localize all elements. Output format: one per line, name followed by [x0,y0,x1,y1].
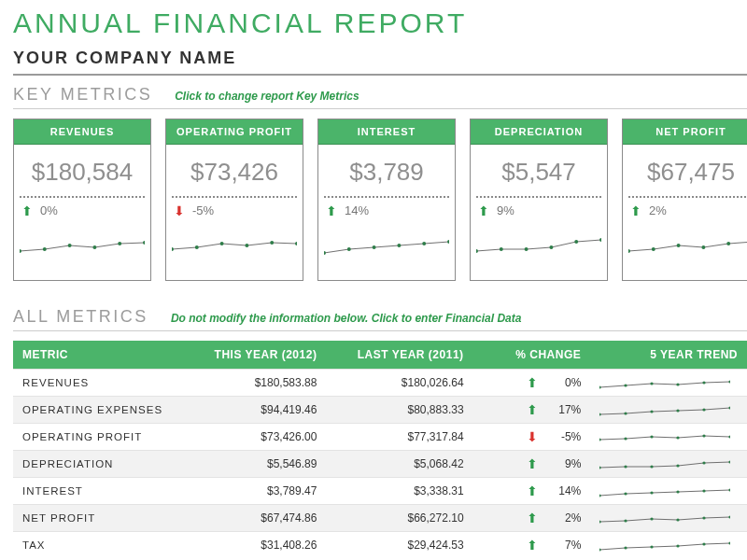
cell-this-year: $3,789.47 [179,478,326,505]
sparkline-chart [476,221,601,264]
metric-card-label: INTEREST [318,119,455,145]
svg-point-41 [729,406,731,409]
cell-metric: OPERATING PROFIT [13,424,179,451]
cell-last-year: $180,026.64 [326,370,472,397]
svg-point-42 [599,438,601,441]
report-title: ANNUAL FINANCIAL REPORT [13,7,747,39]
svg-point-15 [397,244,401,247]
svg-point-37 [625,412,627,414]
svg-point-32 [651,382,654,385]
svg-point-54 [599,494,601,497]
svg-point-17 [447,240,449,244]
svg-point-49 [625,465,627,468]
arrow-up-icon: ⬆ [21,204,33,217]
svg-point-28 [726,242,730,245]
cell-this-year: $180,583.88 [179,370,326,397]
table-row[interactable]: OPERATING EXPENSES$94,419.46$80,883.33⬆1… [13,397,747,424]
cell-trend [590,478,747,505]
sparkline-chart [324,221,449,264]
table-row[interactable]: OPERATING PROFIT$73,426.00$77,317.84⬇-5% [13,424,747,451]
cell-last-year: $3,338.31 [326,478,472,505]
all-metrics-hint[interactable]: Do not modify the information below. Cli… [171,312,522,325]
svg-point-31 [625,384,627,386]
metric-card-value: $180,584 [14,145,150,196]
table-row[interactable]: DEPRECIATION$5,546.89$5,068.42⬆9% [13,451,747,478]
th-last-year[interactable]: LAST YEAR (2011) [326,341,472,370]
svg-point-23 [599,238,601,242]
svg-point-16 [422,242,426,245]
metric-card[interactable]: REVENUES$180,584⬆0% [13,119,151,281]
cell-change: ⬆14% [473,478,591,505]
svg-point-8 [220,242,224,245]
sparkline-chart [628,221,747,264]
cell-change: ⬆17% [473,397,591,424]
metric-card[interactable]: INTEREST$3,789⬆14% [317,119,456,281]
metric-card-value: $3,789 [318,145,455,196]
th-metric[interactable]: METRIC [13,341,179,370]
sparkline-chart [599,428,730,445]
arrow-down-icon: ⬇ [174,204,185,217]
svg-point-61 [625,519,627,522]
arrow-up-icon: ⬆ [527,457,538,470]
cell-change-value: 14% [543,484,581,497]
svg-point-25 [652,247,655,251]
th-trend[interactable]: 5 YEAR TREND [590,341,747,370]
svg-point-20 [525,247,529,251]
arrow-down-icon: ⬇ [527,430,538,443]
metric-card-value: $73,426 [166,145,303,196]
svg-point-2 [68,244,72,247]
cell-this-year: $94,419.46 [179,397,326,424]
svg-point-53 [729,460,731,463]
cell-this-year: $31,408.26 [179,532,326,559]
svg-point-21 [549,245,553,249]
svg-point-44 [651,435,654,438]
arrow-up-icon: ⬆ [527,484,538,497]
svg-point-26 [677,244,681,247]
th-change[interactable]: % CHANGE [473,341,591,370]
svg-point-55 [625,492,627,495]
svg-point-40 [703,408,706,411]
key-metrics-title: KEY METRICS [13,85,152,105]
table-row[interactable]: NET PROFIT$67,474.86$66,272.10⬆2% [13,505,747,532]
svg-point-22 [574,240,578,244]
key-metrics-header: KEY METRICS Click to change report Key M… [13,76,747,109]
svg-point-52 [703,461,706,464]
cell-last-year: $29,424.53 [326,532,472,559]
svg-point-66 [599,548,601,551]
cell-this-year: $5,546.89 [179,451,326,478]
svg-point-6 [172,247,174,251]
metric-card-change-value: -5% [192,203,214,217]
cell-trend [590,532,747,559]
all-metrics-header: ALL METRICS Do not modify the informatio… [13,298,747,331]
table-row[interactable]: REVENUES$180,583.88$180,026.64⬆0% [13,370,747,397]
svg-point-24 [628,249,630,253]
svg-point-43 [625,437,627,440]
divider [476,196,601,198]
cell-change-value: 17% [543,403,581,416]
table-row[interactable]: TAX$31,408.26$29,424.53⬆7% [13,532,747,559]
metric-card-change-value: 9% [497,203,514,217]
cell-change: ⬆7% [473,532,591,559]
cell-change-value: 0% [543,376,581,389]
cell-trend [590,370,747,397]
metric-card[interactable]: NET PROFIT$67,475⬆2% [622,119,747,281]
company-name[interactable]: YOUR COMPANY NAME [13,49,747,76]
svg-point-34 [703,381,706,384]
metric-card-value: $5,547 [471,145,607,196]
sparkline-chart [599,455,730,472]
svg-point-3 [92,245,96,249]
divider [172,196,297,198]
svg-point-14 [373,245,376,249]
metric-card[interactable]: OPERATING PROFIT$73,426⬇-5% [165,119,303,281]
th-this-year[interactable]: THIS YEAR (2012) [179,341,326,370]
key-metrics-hint[interactable]: Click to change report Key Metrics [175,90,359,103]
sparkline-chart [599,374,730,391]
svg-point-10 [270,241,274,245]
metric-card-label: OPERATING PROFIT [166,119,303,145]
metric-card-change: ⬆9% [471,202,607,219]
table-row[interactable]: INTEREST$3,789.47$3,338.31⬆14% [13,478,747,505]
metric-card[interactable]: DEPRECIATION$5,547⬆9% [470,119,608,281]
arrow-up-icon: ⬆ [527,403,538,416]
sparkline-chart [599,537,730,553]
svg-point-68 [651,545,654,548]
